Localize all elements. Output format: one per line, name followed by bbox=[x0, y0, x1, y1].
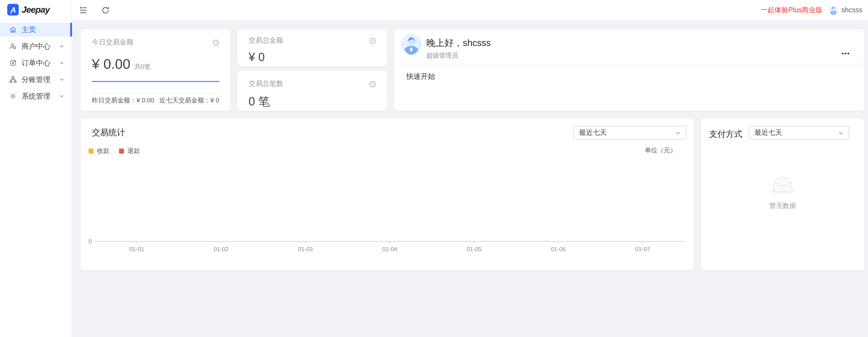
help-circle-icon[interactable]: ? bbox=[369, 81, 376, 87]
totals-column: 交易总金额 ? ¥ 0 交易总笔数 ? bbox=[238, 29, 387, 111]
help-circle-icon[interactable]: ? bbox=[213, 39, 219, 46]
welcome-card: 晚上好，shcsss 超级管理员 快速开始 bbox=[394, 29, 864, 111]
income-swatch bbox=[89, 148, 93, 153]
jeepay-logo-icon: A bbox=[7, 4, 19, 16]
chevron-down-icon bbox=[838, 130, 844, 136]
legend-label: 退款 bbox=[127, 147, 140, 155]
yesterday-amount: 昨日交易金额：¥ 0.00 bbox=[92, 96, 154, 105]
divider bbox=[92, 93, 219, 93]
chart-title: 交易统计 bbox=[92, 128, 125, 138]
reload-icon[interactable] bbox=[101, 6, 110, 15]
more-icon[interactable] bbox=[839, 45, 851, 58]
avatar-icon bbox=[401, 34, 422, 55]
sidebar-item-label: 系统管理 bbox=[22, 91, 59, 101]
sparkline bbox=[92, 81, 219, 82]
chevron-down-icon bbox=[59, 93, 64, 99]
empty-box-icon bbox=[770, 177, 796, 194]
app-root: A Jeepay 主页 商户中心 bbox=[0, 0, 868, 337]
refund-swatch bbox=[119, 148, 124, 153]
chevron-down-icon bbox=[59, 77, 64, 82]
main-content: 今日交易金额 ? ¥ 0.00 共0笔 昨日交易金额：¥ 0.00 近七天交易金… bbox=[72, 20, 868, 337]
total-amount-card: 交易总金额 ? ¥ 0 bbox=[238, 29, 387, 66]
sidebar-menu: 主页 商户中心 订单中心 bbox=[0, 20, 71, 103]
logo[interactable]: A Jeepay bbox=[0, 0, 71, 20]
chevron-down-icon bbox=[59, 60, 64, 65]
x-axis-label: 01-01 bbox=[129, 246, 144, 252]
avatar[interactable] bbox=[829, 5, 838, 15]
select-value: 最近七天 bbox=[579, 128, 675, 137]
sidebar-item-order-center[interactable]: 订单中心 bbox=[0, 56, 71, 70]
user-avatar bbox=[401, 34, 422, 55]
svg-text:?: ? bbox=[215, 40, 217, 45]
sidebar-item-merchant-center[interactable]: 商户中心 bbox=[0, 39, 71, 53]
today-amount-card: 今日交易金额 ? ¥ 0.00 共0笔 昨日交易金额：¥ 0.00 近七天交易金… bbox=[81, 29, 230, 111]
stats-row: 今日交易金额 ? ¥ 0.00 共0笔 昨日交易金额：¥ 0.00 近七天交易金… bbox=[81, 29, 864, 111]
total-amount-value: ¥ 0 bbox=[249, 51, 376, 64]
sidebar-item-system-management[interactable]: 系统管理 bbox=[0, 89, 71, 103]
select-value: 最近七天 bbox=[754, 128, 838, 137]
header-username[interactable]: shcsss bbox=[841, 6, 863, 14]
card-title: 交易总笔数 bbox=[249, 79, 283, 89]
svg-text:?: ? bbox=[372, 39, 374, 43]
chart-legend: 收款 退款 bbox=[89, 147, 140, 155]
chevron-down-icon bbox=[59, 44, 64, 49]
y-axis-label: 0 bbox=[89, 238, 92, 244]
empty-state: 暂无数据 bbox=[701, 177, 864, 211]
sidebar-item-label: 商户中心 bbox=[22, 41, 59, 51]
division-icon bbox=[9, 76, 17, 83]
x-axis-label: 01-02 bbox=[214, 246, 228, 252]
sidebar: A Jeepay 主页 商户中心 bbox=[0, 0, 72, 337]
order-icon bbox=[9, 59, 17, 66]
sidebar-item-division-management[interactable]: 分账管理 bbox=[0, 73, 71, 86]
sidebar-item-home[interactable]: 主页 bbox=[0, 23, 71, 37]
date-range-select[interactable]: 最近七天 bbox=[749, 126, 849, 140]
legend-item-refund[interactable]: 退款 bbox=[119, 147, 140, 155]
sidebar-item-label: 分账管理 bbox=[22, 75, 59, 84]
trade-stats-card: 交易统计 最近七天 收款 退款 单位（元） 0 bbox=[81, 119, 693, 271]
today-amount-value: ¥ 0.00 bbox=[92, 56, 130, 72]
unit-label: 单位（元） bbox=[645, 146, 677, 155]
chevron-down-icon bbox=[675, 130, 681, 136]
logo-text: Jeepay bbox=[22, 5, 50, 15]
x-axis-label: 01-04 bbox=[382, 246, 397, 252]
total-count-card: 交易总笔数 ? 0 笔 bbox=[238, 71, 387, 111]
svg-text:?: ? bbox=[372, 82, 374, 86]
x-axis: 01-01 01-02 01-03 01-04 01-05 01-06 01-0… bbox=[95, 241, 685, 242]
card-title: 今日交易金额 bbox=[92, 38, 133, 47]
user-role: 超级管理员 bbox=[426, 52, 458, 60]
charts-row: 交易统计 最近七天 收款 退款 单位（元） 0 bbox=[81, 119, 864, 271]
divider bbox=[394, 64, 864, 64]
card-title: 交易总金额 bbox=[249, 36, 283, 45]
sidebar-item-label: 订单中心 bbox=[22, 58, 59, 68]
sidebar-item-label: 主页 bbox=[22, 25, 64, 35]
home-icon bbox=[9, 26, 17, 33]
card-title: 支付方式 bbox=[709, 129, 742, 140]
today-count: 共0笔 bbox=[134, 63, 151, 71]
x-axis-label: 01-06 bbox=[551, 246, 565, 252]
merchant-icon bbox=[9, 43, 17, 50]
avatar-icon bbox=[829, 5, 838, 15]
week-amount: 近七天交易金额：¥ 0 bbox=[159, 96, 219, 105]
svg-text:A: A bbox=[10, 6, 16, 14]
top-header: 一起体验Plus商业版 shcsss bbox=[72, 0, 868, 20]
menu-fold-icon[interactable] bbox=[79, 6, 88, 15]
legend-item-income[interactable]: 收款 bbox=[89, 147, 110, 155]
empty-text: 暂无数据 bbox=[701, 201, 864, 211]
greeting-text: 晚上好，shcsss bbox=[426, 37, 491, 49]
pay-method-card: 支付方式 最近七天 暂无数据 bbox=[701, 119, 864, 271]
total-count-value: 0 笔 bbox=[249, 93, 376, 109]
quick-start-title: 快速开始 bbox=[406, 72, 435, 82]
x-axis-label: 01-07 bbox=[635, 246, 650, 252]
date-range-select[interactable]: 最近七天 bbox=[574, 126, 686, 140]
x-axis-label: 01-03 bbox=[298, 246, 313, 252]
help-circle-icon[interactable]: ? bbox=[369, 37, 376, 44]
legend-label: 收款 bbox=[97, 147, 110, 155]
plus-promo-link[interactable]: 一起体验Plus商业版 bbox=[761, 5, 823, 15]
settings-icon bbox=[9, 93, 17, 100]
x-axis-label: 01-05 bbox=[467, 246, 482, 252]
